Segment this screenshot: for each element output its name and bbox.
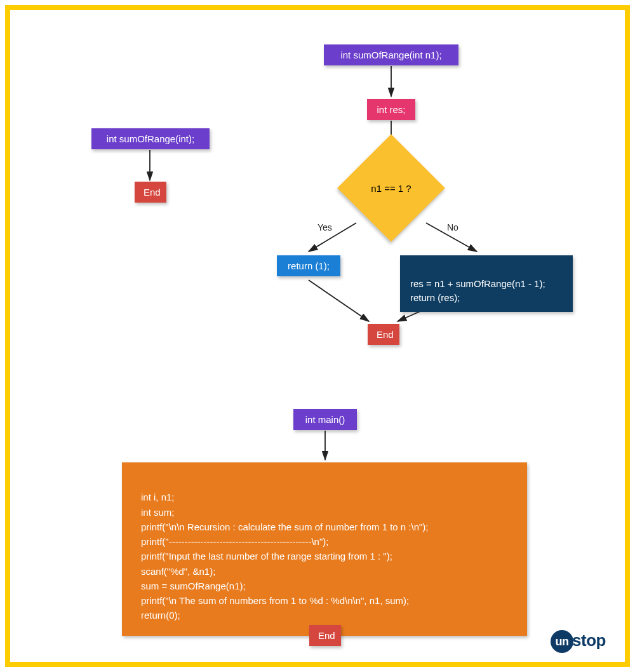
main-end-text: End	[318, 630, 335, 641]
int-res-text: int res;	[377, 104, 405, 115]
diagram-frame: int sumOfRange(int); End int sumOfRange(…	[5, 5, 630, 667]
int-res-box: int res;	[367, 99, 415, 120]
main-header-text: int main()	[305, 414, 345, 425]
main-end-box: End	[309, 625, 341, 646]
recurse-box: res = n1 + sumOfRange(n1 - 1); return (r…	[400, 255, 573, 312]
flowchart-canvas: int sumOfRange(int); End int sumOfRange(…	[10, 10, 625, 662]
function-header-text: int sumOfRange(int n1);	[340, 50, 441, 60]
main-body-text: int i, n1; int sum; printf("\n\n Recursi…	[141, 492, 429, 621]
brand-prefix: un	[551, 630, 573, 653]
declare-function-text: int sumOfRange(int);	[107, 133, 194, 144]
function-header-box: int sumOfRange(int n1);	[324, 44, 458, 65]
main-header-box: int main()	[293, 409, 357, 430]
yes-label: Yes	[318, 222, 332, 232]
declare-function-box: int sumOfRange(int);	[91, 128, 210, 149]
no-label: No	[447, 222, 458, 232]
decision-diamond	[337, 134, 445, 242]
main-body-box: int i, n1; int sum; printf("\n\n Recursi…	[122, 462, 527, 636]
recurse-text: res = n1 + sumOfRange(n1 - 1); return (r…	[410, 278, 545, 303]
function-end-box: End	[368, 324, 399, 345]
brand-logo: unstop	[551, 630, 606, 653]
svg-line-3	[309, 223, 356, 252]
brand-suffix: stop	[572, 631, 606, 650]
function-end-text: End	[377, 329, 394, 340]
declare-end-box: End	[135, 182, 166, 203]
return-one-text: return (1);	[288, 260, 330, 271]
return-one-box: return (1);	[277, 255, 340, 276]
declare-end-text: End	[144, 187, 161, 198]
svg-line-5	[309, 280, 369, 321]
